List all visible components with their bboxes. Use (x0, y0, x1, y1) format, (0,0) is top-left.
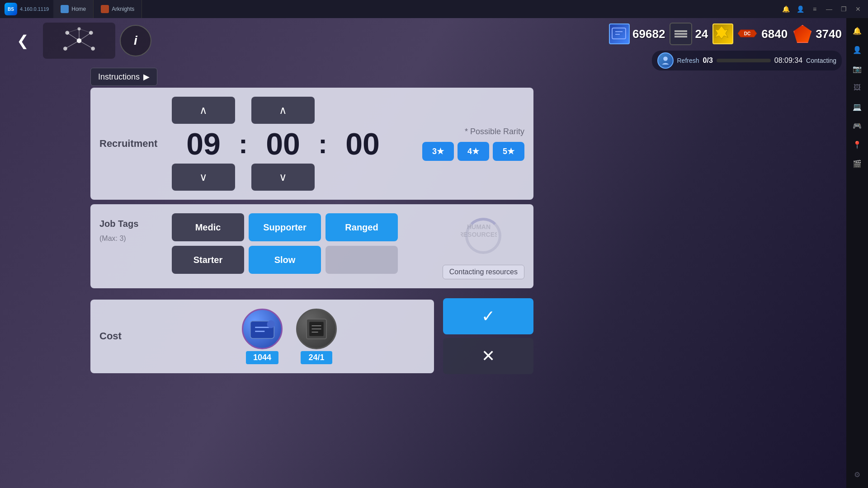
info-button[interactable]: i (120, 25, 151, 56)
game-area: ❮ i (0, 18, 846, 488)
inv-line-1 (675, 30, 687, 32)
sanity-currency: 69682 (609, 23, 665, 44)
time-sep-1: : (235, 128, 251, 160)
svg-line-8 (65, 41, 79, 49)
inventory-button[interactable] (670, 23, 692, 45)
cost-card: Cost 1044 (90, 300, 434, 373)
sidebar-tool-5[interactable]: 💻 (848, 98, 866, 116)
svg-line-6 (67, 33, 79, 41)
notify-btn[interactable]: 🔔 (779, 3, 792, 15)
instructions-label: Instructions (98, 72, 140, 82)
rarity-5-button[interactable]: 5★ (493, 142, 524, 161)
tags-grid: Medic Supporter Ranged Starter Slow (172, 213, 425, 274)
cost-label: Cost (99, 330, 145, 342)
svg-line-7 (79, 33, 91, 41)
inv-line-2 (675, 33, 687, 35)
tab-arknights[interactable]: Arknights (94, 0, 142, 18)
back-arrow-icon: ❮ (17, 32, 29, 49)
loading-spinner: HUMAN RESOURCES (461, 213, 506, 258)
minutes-value: 00 (251, 124, 315, 164)
svg-line-11 (67, 29, 79, 33)
svg-point-19 (663, 56, 668, 61)
refresh-label[interactable]: Refresh (677, 57, 699, 64)
rarity-3-button[interactable]: 3★ (422, 142, 454, 161)
time-group: ∧ 09 ∨ : ∧ 00 ∨ : 00 (172, 97, 394, 191)
tag-slow[interactable]: Slow (249, 246, 321, 274)
svg-rect-13 (612, 28, 626, 39)
jobtags-label: Job Tags (99, 213, 163, 229)
sidebar-tool-7[interactable]: 📍 (848, 136, 866, 154)
tag-empty (326, 246, 398, 274)
rarity-section: * Possible Rarity 3★ 4★ 5★ (422, 127, 524, 161)
bs-version: 4.160.0.1119 (20, 6, 49, 12)
bluestacks-logo: BS 4.160.0.1119 (0, 3, 53, 15)
svg-point-25 (267, 320, 275, 328)
gem-value: 3740 (816, 27, 842, 41)
back-button[interactable]: ❮ (5, 23, 41, 59)
jobtags-label-group: Job Tags (Max: 3) (99, 213, 163, 243)
contacting-overlay: HUMAN RESOURCES Contacting resources (443, 213, 524, 279)
rarity-4-button[interactable]: 4★ (458, 142, 489, 161)
hours-up-button[interactable]: ∧ (172, 97, 235, 124)
minutes-up-button[interactable]: ∧ (251, 97, 315, 124)
cost-item-currency: 1044 (242, 309, 283, 364)
tag-medic[interactable]: Medic (172, 213, 244, 241)
rarity-stars-group: 3★ 4★ 5★ (422, 142, 524, 161)
confirm-button[interactable]: ✓ (443, 298, 533, 334)
svg-line-9 (79, 41, 93, 49)
time-sep-2: : (315, 128, 331, 160)
cost-ticket-value: 24/1 (301, 351, 332, 364)
seconds-value: 00 (331, 124, 394, 164)
info-icon: i (134, 33, 137, 48)
cost-items: 1044 24/1 (154, 309, 425, 364)
refresh-progress-bar (717, 59, 771, 62)
svg-marker-16 (715, 26, 728, 39)
sidebar-tool-3[interactable]: 📷 (848, 60, 866, 78)
network-icon (52, 25, 106, 56)
contacting-resources-text: Contacting resources (449, 268, 518, 276)
arknights-tab-label: Arknights (112, 6, 134, 12)
tag-ranged[interactable]: Ranged (326, 213, 398, 241)
minimize-btn[interactable]: — (823, 3, 835, 15)
confirm-icon: ✓ (481, 307, 495, 326)
cancel-button[interactable]: ✕ (443, 338, 533, 374)
minutes-column: ∧ 00 ∨ (251, 97, 315, 191)
game-topbar: ❮ i (0, 18, 846, 63)
tag-supporter[interactable]: Supporter (249, 213, 321, 241)
close-btn[interactable]: ✕ (852, 3, 864, 15)
sidebar-tool-2[interactable]: 👤 (848, 41, 866, 59)
sidebar-tool-8[interactable]: 🎬 (848, 155, 866, 173)
minutes-down-button[interactable]: ∨ (251, 164, 315, 191)
refresh-status: Contacting (806, 57, 836, 64)
sidebar-tool-6[interactable]: 🎮 (848, 117, 866, 135)
bluestacks-sidebar: 🔔 👤 📷 🖼 💻 🎮 📍 🎬 ⚙ (846, 18, 868, 488)
inventory-currency[interactable]: 24 (670, 23, 708, 45)
recruitment-card: Recruitment ∧ 09 ∨ : ∧ 00 ∨ : 00 (90, 88, 533, 200)
hours-down-button[interactable]: ∨ (172, 164, 235, 191)
gold-value: 6840 (761, 27, 788, 41)
sidebar-tool-4[interactable]: 🖼 (848, 79, 866, 97)
titlebar: BS 4.160.0.1119 Home Arknights 🔔 👤 ≡ — ❐… (0, 0, 868, 18)
bottom-row: Cost 1044 (90, 298, 533, 374)
tag-starter[interactable]: Starter (172, 246, 244, 274)
sanity-value: 69682 (632, 27, 665, 41)
sidebar-tool-1[interactable]: 🔔 (848, 22, 866, 40)
svg-text:DC: DC (744, 31, 750, 36)
menu-btn[interactable]: ≡ (808, 3, 821, 15)
home-network-button[interactable] (43, 23, 115, 59)
instructions-arrow-icon: ▶ (143, 72, 150, 82)
window-controls: 🔔 👤 ≡ — ❐ ✕ (779, 3, 868, 15)
jobtags-sublabel: (Max: 3) (99, 229, 163, 243)
restore-btn[interactable]: ❐ (837, 3, 850, 15)
sidebar-settings[interactable]: ⚙ (848, 465, 866, 483)
profile-btn[interactable]: 👤 (794, 3, 807, 15)
tab-home[interactable]: Home (53, 0, 94, 18)
hours-column: ∧ 09 ∨ (172, 97, 235, 191)
player-avatar (657, 52, 674, 69)
gem-currency: 3740 (792, 23, 842, 44)
gem-icon (792, 23, 813, 44)
main-content: Instructions ▶ Recruitment ∧ 09 ∨ : ∧ 00… (90, 68, 533, 293)
instructions-button[interactable]: Instructions ▶ (90, 68, 157, 86)
cost-currency-value: 1044 (246, 351, 278, 364)
gold-icon (712, 23, 733, 44)
